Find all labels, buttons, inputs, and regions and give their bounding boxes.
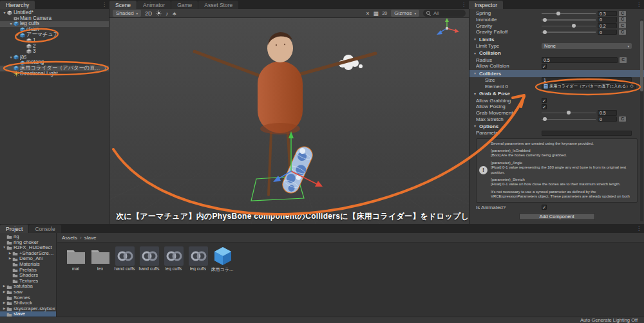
project-tree-item-rig[interactable]: rig	[0, 234, 56, 240]
grid-visibility-icon[interactable]: ▦	[373, 10, 378, 17]
checkbox[interactable]: ✓	[542, 98, 547, 103]
panel-menu-icon[interactable]: ⋮	[636, 2, 641, 8]
2d-toggle-button[interactable]: 2D	[145, 10, 152, 17]
text-field[interactable]	[542, 131, 632, 136]
tab-console[interactable]: Console	[29, 225, 61, 233]
scene-search-input[interactable]: All	[423, 10, 466, 17]
section-limits[interactable]: ▼Limits	[469, 36, 644, 43]
asset-item[interactable]: hand cuffs	[113, 246, 137, 271]
asset-item[interactable]: 床用コライダー	[211, 246, 234, 273]
hierarchy-item-item[interactable]: ▼アーマチュア	[0, 32, 109, 38]
foldout-icon[interactable]: ▶	[8, 251, 12, 257]
asset-item[interactable]: leg cuffs	[162, 246, 185, 271]
object-field[interactable]: 床用コライダー（アバターの直下に入れる）(VRC⊙	[542, 84, 636, 90]
tab-project[interactable]: Project	[0, 225, 28, 233]
checkbox[interactable]: ✓	[542, 205, 547, 210]
foldout-icon[interactable]: ▶	[2, 300, 6, 306]
value-field[interactable]: 0	[598, 30, 617, 35]
foldout-icon[interactable]: ▼	[15, 32, 20, 38]
value-field[interactable]: 0.3	[598, 11, 617, 17]
asset-item[interactable]: tex	[88, 246, 112, 271]
hierarchy-item-jas[interactable]: ▼jas	[0, 55, 109, 60]
text-field[interactable]: 1	[542, 77, 632, 83]
hierarchy-item-item[interactable]: 床用コライダー（アバターの直下に入れる）›	[0, 66, 109, 71]
tab-scene[interactable]: Scene	[109, 1, 137, 9]
project-tree-item-materials[interactable]: Materials	[0, 262, 56, 268]
panel-menu-icon[interactable]: ⋮	[636, 226, 641, 232]
object-picker-icon[interactable]: ⊙	[630, 84, 634, 89]
project-tree-item-demo-ani[interactable]: ▶Demo_Ani	[0, 256, 56, 262]
asset-item[interactable]: mat	[64, 246, 88, 271]
section-colliders[interactable]: ▼Colliders	[469, 70, 644, 77]
breadcrumb-root[interactable]: Assets	[62, 235, 77, 241]
project-tree-item-scenes[interactable]: Scenes	[0, 295, 56, 301]
hierarchy-item-leg-cuffs[interactable]: ▼leg cuffs	[0, 21, 109, 27]
hierarchy-item-chain[interactable]: chain	[0, 27, 109, 33]
foldout-icon[interactable]: ▼	[8, 21, 14, 27]
foldout-icon[interactable]: ▼	[473, 51, 479, 55]
foldout-icon[interactable]: ▼	[2, 10, 7, 16]
hierarchy-item-main-camera[interactable]: Main Camera	[0, 16, 109, 22]
checkbox[interactable]: ✓	[542, 104, 547, 109]
auto-generate-lighting-toggle[interactable]: Auto Generate Lighting Off	[580, 317, 644, 323]
tool-handle-icon[interactable]: ×	[366, 10, 369, 17]
curve-button[interactable]: C	[620, 57, 627, 63]
asset-item[interactable]: leg cuffs	[186, 246, 210, 271]
project-tree-item-shilvock[interactable]: ▶Shilvock	[0, 300, 56, 306]
curve-button[interactable]: C	[619, 17, 626, 23]
curve-button[interactable]: C	[619, 23, 626, 29]
project-tree-item-skyscraper-skybox[interactable]: ▶skyscraper-skybox	[0, 306, 56, 312]
scrollbar-thumb[interactable]	[640, 21, 643, 91]
slider[interactable]	[542, 110, 596, 116]
hierarchy-item-3[interactable]: 3	[0, 49, 109, 55]
tab-inspector[interactable]: Inspector	[469, 1, 503, 9]
curve-button[interactable]: C	[619, 116, 626, 122]
value-field[interactable]: 0.2	[598, 23, 617, 29]
foldout-icon[interactable]: ▼	[473, 71, 479, 75]
hierarchy-item-2[interactable]: 2	[0, 44, 109, 50]
value-field[interactable]: 0.5	[598, 110, 617, 116]
foldout-icon[interactable]: ▶	[8, 256, 12, 262]
gizmos-dropdown[interactable]: Gizmos ▾	[391, 10, 419, 17]
tab-animator[interactable]: Animator	[137, 1, 171, 9]
hierarchy-item-directional-light[interactable]: Directional Light	[0, 71, 109, 77]
hierarchy-item-metarig[interactable]: metarig	[0, 60, 109, 66]
section-options[interactable]: ▼Options	[469, 123, 644, 130]
project-tree-item-ring-choker[interactable]: ring choker	[0, 240, 56, 246]
lighting-toggle-icon[interactable]	[156, 10, 162, 16]
foldout-icon[interactable]: ▼	[8, 55, 14, 60]
effects-toggle-icon[interactable]: ∗	[172, 10, 176, 17]
project-tree-item-textures[interactable]: Textures	[0, 279, 56, 284]
foldout-icon[interactable]: ▼	[473, 37, 479, 41]
project-tree-item-shaderscreens[interactable]: ▶+ShaderScreens	[0, 251, 56, 257]
tab-hierarchy[interactable]: Hierarchy	[0, 1, 35, 9]
tab-asset-store[interactable]: Asset Store	[198, 1, 238, 9]
add-component-button[interactable]: Add Component	[519, 213, 595, 220]
panel-menu-icon[interactable]: ⋮	[102, 2, 107, 8]
project-tree-item-slave[interactable]: slave	[0, 311, 56, 317]
value-field[interactable]: 0	[598, 17, 617, 23]
foldout-icon[interactable]: ▶	[2, 290, 6, 295]
foldout-icon[interactable]: ▼	[473, 124, 479, 128]
project-tree-item-rzfx-hudeffect[interactable]: ▼RzFX_HUDeffect	[0, 245, 56, 251]
slider[interactable]	[542, 17, 596, 23]
foldout-icon[interactable]: ▼	[2, 245, 6, 251]
value-field[interactable]: 0	[598, 116, 617, 122]
inspector-scrollbar[interactable]	[640, 19, 643, 221]
curve-button[interactable]: C	[619, 11, 626, 17]
hierarchy-item-untitled[interactable]: ▼Untitled*	[0, 10, 109, 16]
slider[interactable]	[542, 23, 596, 29]
project-tree-item-satutaba[interactable]: ▶satutaba	[0, 284, 56, 290]
audio-toggle-icon[interactable]: ♪	[166, 10, 168, 17]
section-grab-pose[interactable]: ▼Grab & Pose	[469, 90, 644, 97]
slider[interactable]	[542, 10, 596, 16]
scene-viewport[interactable]: 次に【アーマチュア】内のPhysBone componentのColliders…	[109, 18, 469, 224]
asset-item[interactable]: hand cuffs	[137, 246, 161, 271]
foldout-icon[interactable]: ▶	[2, 306, 6, 312]
chevron-right-icon[interactable]: ›	[104, 66, 109, 71]
shading-mode-dropdown[interactable]: Shaded ▾	[113, 10, 141, 17]
foldout-icon[interactable]: ▼	[473, 92, 479, 96]
slider[interactable]	[542, 116, 596, 122]
hierarchy-item-1[interactable]: 1	[0, 38, 109, 44]
foldout-icon[interactable]: ▶	[2, 284, 6, 290]
